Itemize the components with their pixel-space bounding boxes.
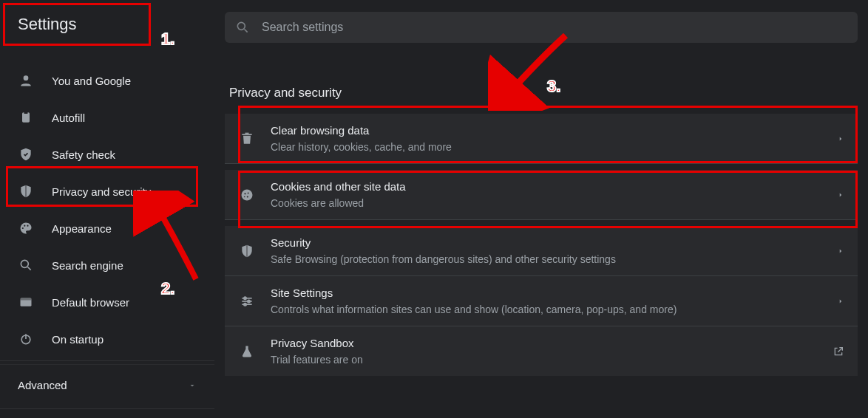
svg-point-17: [244, 193, 245, 194]
card-site-settings[interactable]: Site Settings Controls what information …: [225, 276, 858, 326]
trash-icon: [238, 131, 256, 146]
palette-icon: [18, 220, 34, 236]
svg-point-20: [244, 196, 245, 197]
svg-point-19: [247, 196, 248, 197]
card-subtitle: Trial features are on: [271, 354, 818, 366]
card-title: Cookies and other site data: [271, 180, 822, 193]
svg-rect-9: [21, 298, 32, 300]
sidebar-separator: [0, 360, 214, 361]
settings-sidebar: Settings You and Google Autofill Safety …: [0, 0, 214, 418]
sidebar-item-default-browser[interactable]: Default browser: [0, 284, 214, 321]
chevron-right-icon: [837, 298, 844, 305]
sidebar-advanced-toggle[interactable]: Advanced: [0, 364, 214, 405]
privacy-card-list: Clear browsing data Clear history, cooki…: [225, 114, 858, 376]
settings-title: Settings: [0, 0, 214, 49]
advanced-label: Advanced: [18, 379, 67, 391]
sidebar-items: You and Google Autofill Safety check Pri…: [0, 49, 214, 357]
svg-line-13: [245, 30, 248, 32]
card-security[interactable]: Security Safe Browsing (protection from …: [225, 226, 858, 276]
person-icon: [18, 72, 34, 89]
chevron-right-icon: [837, 247, 844, 255]
sidebar-item-search-engine[interactable]: Search engine: [0, 247, 214, 284]
svg-point-0: [24, 75, 29, 80]
card-cookies[interactable]: Cookies and other site data Cookies are …: [225, 170, 858, 220]
browser-icon: [18, 294, 34, 310]
sidebar-item-label: Autofill: [52, 112, 85, 124]
cookie-icon: [238, 188, 256, 202]
card-subtitle: Controls what information sites can use …: [271, 304, 822, 315]
chevron-right-icon: [837, 191, 844, 199]
card-subtitle: Safe Browsing (protection from dangerous…: [271, 253, 822, 265]
sidebar-item-label: On startup: [52, 333, 104, 346]
main-panel: Privacy and security Clear browsing data…: [214, 0, 868, 418]
card-title: Privacy Sandbox: [271, 337, 818, 349]
external-link-icon: [833, 346, 844, 357]
sidebar-item-safety-check[interactable]: Safety check: [0, 136, 214, 173]
svg-point-5: [27, 225, 28, 227]
sidebar-item-appearance[interactable]: Appearance: [0, 210, 214, 247]
sidebar-item-label: Appearance: [52, 222, 112, 235]
search-input[interactable]: [262, 21, 847, 34]
search-bar[interactable]: [225, 12, 858, 43]
shield-icon: [18, 183, 34, 199]
section-title-privacy: Privacy and security: [229, 86, 858, 100]
card-title: Clear browsing data: [271, 124, 822, 137]
card-title: Security: [271, 236, 822, 249]
chevron-down-icon: [188, 381, 197, 390]
svg-point-12: [237, 22, 245, 30]
sidebar-item-label: Privacy and security: [52, 185, 151, 198]
svg-rect-14: [242, 134, 251, 135]
svg-point-4: [24, 225, 25, 227]
card-subtitle: Cookies are allowed: [271, 197, 822, 209]
card-text: Clear browsing data Clear history, cooki…: [271, 124, 822, 153]
card-text: Site Settings Controls what information …: [271, 287, 822, 315]
shield-icon: [238, 244, 256, 258]
svg-point-18: [248, 192, 249, 193]
chevron-right-icon: [837, 135, 844, 143]
card-text: Privacy Sandbox Trial features are on: [271, 337, 818, 366]
sidebar-item-label: Safety check: [52, 148, 115, 161]
svg-rect-1: [22, 112, 30, 122]
card-subtitle: Clear history, cookies, cache, and more: [271, 141, 822, 153]
svg-rect-15: [245, 132, 249, 134]
svg-point-6: [21, 260, 28, 267]
svg-line-7: [28, 267, 31, 270]
sidebar-item-on-startup[interactable]: On startup: [0, 321, 214, 357]
shield-check-icon: [18, 146, 34, 162]
svg-rect-2: [24, 112, 28, 114]
clipboard-icon: [18, 109, 34, 126]
sidebar-item-autofill[interactable]: Autofill: [0, 99, 214, 136]
search-icon: [235, 20, 250, 35]
svg-point-24: [244, 297, 246, 299]
sidebar-item-label: You and Google: [52, 75, 131, 87]
sidebar-item-label: Search engine: [52, 259, 123, 272]
sidebar-item-you-and-google[interactable]: You and Google: [0, 62, 214, 99]
card-privacy-sandbox[interactable]: Privacy Sandbox Trial features are on: [225, 326, 858, 376]
sidebar-item-privacy-security[interactable]: Privacy and security: [0, 173, 214, 210]
svg-point-26: [244, 303, 246, 305]
sliders-icon: [238, 294, 256, 309]
svg-point-25: [248, 300, 250, 302]
search-icon: [18, 257, 34, 273]
card-text: Security Safe Browsing (protection from …: [271, 236, 822, 265]
card-title: Site Settings: [271, 287, 822, 299]
card-text: Cookies and other site data Cookies are …: [271, 180, 822, 209]
power-icon: [18, 331, 34, 347]
svg-point-16: [242, 189, 253, 200]
sidebar-separator: [0, 408, 214, 409]
card-clear-browsing-data[interactable]: Clear browsing data Clear history, cooki…: [225, 114, 858, 164]
svg-point-3: [22, 227, 24, 229]
flask-icon: [238, 344, 256, 359]
sidebar-item-label: Default browser: [52, 296, 129, 309]
